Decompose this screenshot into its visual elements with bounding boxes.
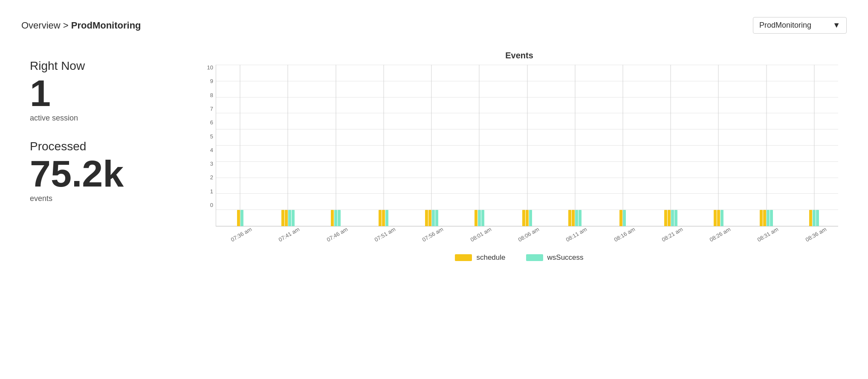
time-group	[455, 65, 503, 226]
bar-wssuccess	[767, 210, 770, 226]
time-group	[551, 65, 599, 226]
bar-schedule	[568, 210, 571, 226]
chart-panel: Events 012345678910 07:36 am07:41 am07:4…	[200, 51, 847, 262]
legend-label-wssuccess: wsSuccess	[547, 253, 584, 262]
y-axis-label: 9	[210, 78, 216, 84]
bar-wssuccess	[240, 210, 243, 226]
legend-item-schedule: schedule	[455, 253, 505, 262]
time-group	[264, 65, 312, 226]
y-axis-label: 5	[210, 134, 216, 139]
chart-body	[216, 65, 838, 227]
bar-schedule	[382, 210, 385, 226]
x-axis: 07:36 am07:41 am07:46 am07:51 am07:56 am…	[200, 229, 838, 238]
bars-container	[216, 65, 838, 227]
bar-schedule	[285, 210, 288, 226]
processed-sublabel: events	[30, 194, 183, 203]
dropdown-label: ProdMonitoring	[759, 21, 811, 30]
y-axis-label: 3	[210, 161, 216, 167]
time-group	[408, 65, 455, 226]
time-group	[647, 65, 694, 226]
bar-schedule	[664, 210, 667, 226]
breadcrumb-prefix: Overview >	[21, 20, 71, 31]
legend: schedule wsSuccess	[200, 253, 838, 262]
bars-row	[408, 65, 455, 226]
bar-schedule	[714, 210, 717, 226]
y-axis-label: 10	[207, 65, 216, 70]
bar-wssuccess	[671, 210, 674, 226]
bar-schedule	[717, 210, 720, 226]
bar-schedule	[809, 210, 812, 226]
bar-schedule	[428, 210, 431, 226]
bar-wssuccess	[385, 210, 388, 226]
bar-wssuccess	[292, 210, 295, 226]
processed-label: Processed	[30, 140, 183, 153]
active-sublabel: active session	[30, 114, 183, 123]
breadcrumb-bold: ProdMonitoring	[71, 20, 141, 31]
bar-wssuccess	[770, 210, 773, 226]
processed-group: Processed 75.2k events	[30, 140, 183, 203]
bars-row	[790, 65, 838, 226]
bar-schedule	[237, 210, 240, 226]
bar-wssuccess	[288, 210, 291, 226]
bar-wssuccess	[435, 210, 438, 226]
bar-wssuccess	[579, 210, 582, 226]
chart-area: 012345678910	[200, 65, 838, 227]
time-group	[694, 65, 742, 226]
bar-wssuccess	[575, 210, 578, 226]
bar-schedule	[425, 210, 428, 226]
bar-schedule	[763, 210, 766, 226]
bar-wssuccess	[529, 210, 532, 226]
y-axis-label: 7	[210, 106, 216, 112]
bar-schedule	[619, 210, 622, 226]
y-axis-label: 2	[210, 175, 216, 180]
bar-wssuccess	[623, 210, 626, 226]
bar-wssuccess	[813, 210, 816, 226]
bar-wssuccess	[338, 210, 341, 226]
y-axis-label: 1	[210, 189, 216, 194]
bars-row	[360, 65, 408, 226]
bar-wssuccess	[478, 210, 481, 226]
time-group	[743, 65, 790, 226]
legend-swatch-schedule	[455, 254, 472, 261]
bar-schedule	[668, 210, 671, 226]
bar-wssuccess	[816, 210, 819, 226]
environment-dropdown[interactable]: ProdMonitoring ▼	[753, 17, 847, 34]
bar-schedule	[522, 210, 525, 226]
y-axis-label: 6	[210, 120, 216, 125]
bar-schedule	[526, 210, 529, 226]
y-axis-label: 8	[210, 92, 216, 98]
bar-schedule	[475, 210, 477, 226]
bars-row	[647, 65, 694, 226]
breadcrumb: Overview > ProdMonitoring	[21, 20, 141, 31]
header: Overview > ProdMonitoring ProdMonitoring…	[21, 17, 847, 34]
bar-schedule	[379, 210, 382, 226]
legend-swatch-wssuccess	[526, 254, 543, 261]
bars-row	[264, 65, 312, 226]
processed-count-value: 75.2k	[30, 155, 183, 192]
active-count-value: 1	[30, 75, 183, 112]
bar-schedule	[572, 210, 575, 226]
time-group	[503, 65, 551, 226]
legend-item-wssuccess: wsSuccess	[526, 253, 584, 262]
bar-schedule	[760, 210, 763, 226]
active-sessions-group: Right Now 1 active session	[30, 59, 183, 123]
time-group	[312, 65, 359, 226]
bars-row	[455, 65, 503, 226]
bar-wssuccess	[432, 210, 435, 226]
y-axis-label: 4	[210, 147, 216, 153]
chevron-down-icon: ▼	[833, 21, 840, 30]
time-group	[790, 65, 838, 226]
stats-panel: Right Now 1 active session Processed 75.…	[21, 51, 200, 229]
bar-wssuccess	[334, 210, 337, 226]
time-group	[360, 65, 408, 226]
bars-row	[743, 65, 790, 226]
bar-wssuccess	[481, 210, 484, 226]
bar-wssuccess	[674, 210, 677, 226]
bars-row	[503, 65, 551, 226]
time-group	[599, 65, 647, 226]
time-group	[216, 65, 264, 226]
bars-row	[599, 65, 647, 226]
bar-wssuccess	[720, 210, 723, 226]
y-axis: 012345678910	[200, 65, 216, 227]
legend-label-schedule: schedule	[476, 253, 505, 262]
